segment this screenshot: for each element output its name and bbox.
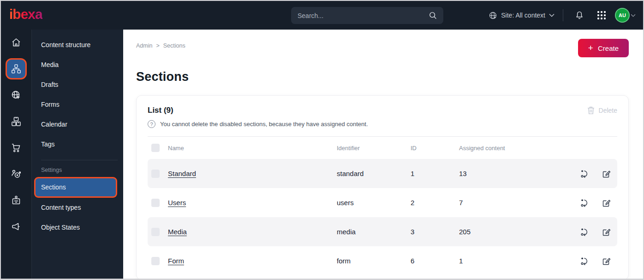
content-structure-tree-icon[interactable] <box>7 60 25 78</box>
table-row: Standard standard 1 13 <box>148 159 617 188</box>
global-search <box>291 7 443 24</box>
delete-button-label: Delete <box>599 107 617 114</box>
section-identifier: media <box>337 228 411 236</box>
table-row: Users users 2 7 <box>148 188 617 217</box>
icon-rail <box>1 30 32 279</box>
section-id: 1 <box>411 170 459 177</box>
ibexa-logo[interactable]: ibexa <box>9 7 42 23</box>
column-header-name: Name <box>168 145 337 152</box>
section-identifier: form <box>337 257 411 265</box>
create-button-label: Create <box>598 44 619 52</box>
boxes-icon[interactable] <box>7 112 25 131</box>
create-button[interactable]: + Create <box>578 39 629 57</box>
sidebar-item-content-structure[interactable]: Content structure <box>32 35 123 55</box>
page-title: Sections <box>136 70 629 84</box>
breadcrumb-separator: > <box>156 43 159 49</box>
badge-icon[interactable] <box>7 191 25 210</box>
select-all-checkbox[interactable] <box>151 144 160 152</box>
main-content: Admin > Sections + Create Sections List … <box>123 30 643 279</box>
edit-icon[interactable] <box>602 227 611 237</box>
column-header-identifier: Identifier <box>337 145 411 152</box>
chevron-down-icon <box>631 14 636 17</box>
select-checkbox[interactable] <box>151 199 160 207</box>
topbar-divider <box>563 9 563 21</box>
list-info: ? You cannot delete the disabled section… <box>148 120 617 128</box>
edit-icon[interactable] <box>602 256 611 266</box>
sidebar-item-tags[interactable]: Tags <box>32 134 123 154</box>
edit-icon[interactable] <box>602 198 611 207</box>
breadcrumb-sections: Sections <box>163 43 185 49</box>
edit-icon[interactable] <box>602 169 611 178</box>
user-menu[interactable]: AU <box>616 9 636 22</box>
search-icon[interactable] <box>428 11 438 21</box>
select-checkbox[interactable] <box>151 228 160 236</box>
section-name-link[interactable]: Media <box>168 228 187 236</box>
section-id: 6 <box>411 257 459 265</box>
site-context-label: Site: All context <box>501 12 545 19</box>
home-icon[interactable] <box>7 33 25 52</box>
section-id: 2 <box>411 199 459 207</box>
table-row: Form form 6 1 <box>148 246 617 275</box>
megaphone-icon[interactable] <box>7 218 25 236</box>
globe-icon <box>489 11 497 20</box>
sidebar-item-sections[interactable]: Sections <box>36 178 116 196</box>
sidebar-item-calendar[interactable]: Calendar <box>32 115 123 134</box>
section-name-link[interactable]: Users <box>168 199 186 207</box>
search-input[interactable] <box>298 12 428 19</box>
assign-content-icon[interactable] <box>580 198 590 207</box>
assign-content-icon[interactable] <box>580 227 590 237</box>
assign-content-icon[interactable] <box>580 169 590 178</box>
sidebar-item-media[interactable]: Media <box>32 55 123 75</box>
select-checkbox[interactable] <box>151 257 160 265</box>
section-name-link[interactable]: Standard <box>168 170 196 177</box>
assign-content-icon[interactable] <box>580 256 590 266</box>
sidebar-item-forms[interactable]: Forms <box>32 95 123 115</box>
help-circle-icon: ? <box>148 120 155 128</box>
sidebar-item-object-states[interactable]: Object States <box>32 218 123 237</box>
trash-icon <box>587 106 595 115</box>
app-window: ibexa Site: All context <box>0 0 644 280</box>
app-grid-icon[interactable] <box>594 7 609 23</box>
cart-icon[interactable] <box>7 139 25 157</box>
select-checkbox[interactable] <box>151 170 160 178</box>
list-info-text: You cannot delete the disabled sections,… <box>160 121 368 128</box>
column-header-id: ID <box>411 145 459 152</box>
section-assigned-content: 7 <box>459 199 573 207</box>
avatar: AU <box>616 9 629 22</box>
section-id: 3 <box>411 228 459 236</box>
column-header-assigned-content: Assigned content <box>459 145 573 152</box>
person-target-icon[interactable] <box>7 165 25 183</box>
section-identifier: standard <box>337 170 411 177</box>
breadcrumb-admin[interactable]: Admin <box>136 43 152 49</box>
top-bar: ibexa Site: All context <box>1 1 643 30</box>
sections-list-card: List (9) Delete ? You cannot delete the … <box>136 95 629 280</box>
section-assigned-content: 205 <box>459 228 573 236</box>
section-assigned-content: 13 <box>459 170 573 177</box>
section-assigned-content: 1 <box>459 257 573 265</box>
notifications-bell-icon[interactable] <box>572 7 587 23</box>
delete-button[interactable]: Delete <box>587 106 617 115</box>
plus-icon: + <box>588 43 593 52</box>
sidebar-menu: Content structure Media Drafts Forms Cal… <box>32 30 123 279</box>
table-row: Media media 3 205 <box>148 217 617 246</box>
list-header: List (9) <box>148 106 173 115</box>
chevron-down-icon <box>549 13 555 17</box>
breadcrumb: Admin > Sections <box>136 43 185 49</box>
section-identifier: users <box>337 199 411 207</box>
menu-divider <box>41 160 118 160</box>
sidebar-item-drafts[interactable]: Drafts <box>32 75 123 95</box>
section-name-link[interactable]: Form <box>168 257 184 265</box>
topbar-right-cluster: Site: All context AU <box>489 7 636 23</box>
globe-pointer-icon[interactable] <box>7 86 25 104</box>
settings-section-header: Settings <box>32 161 123 177</box>
sidebar-item-content-types[interactable]: Content types <box>32 198 123 218</box>
site-context-switcher[interactable]: Site: All context <box>489 11 555 20</box>
table-header: Name Identifier ID Assigned content <box>148 137 617 159</box>
